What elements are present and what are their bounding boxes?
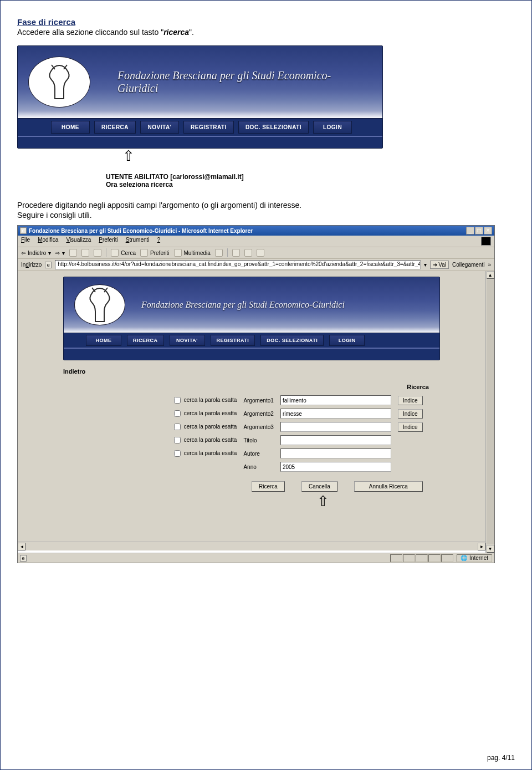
inner-nav-registrati[interactable]: REGISTRATI	[211, 335, 255, 346]
scroll-right-icon[interactable]: ▸	[478, 543, 485, 550]
nav-registrati[interactable]: REGISTRATI	[183, 121, 234, 134]
media-icon	[174, 249, 182, 257]
exact-label: cerca la parola esatta	[184, 410, 237, 416]
instruction-2: Procedere digitando negli appositi campi…	[17, 201, 515, 210]
minimize-button[interactable]: _	[466, 227, 474, 234]
inner-banner-foot	[64, 348, 439, 360]
nav-novita[interactable]: NOVITA'	[140, 121, 179, 134]
inner-logo-oval	[75, 285, 125, 325]
intro-emphasis: ricerca	[163, 28, 189, 37]
indice-button-2[interactable]: Indice	[398, 409, 423, 419]
nav-doc-selezionati[interactable]: DOC. SELEZIONATI	[238, 121, 309, 134]
search-icon	[111, 249, 119, 257]
chevron-right-icon: »	[488, 262, 491, 268]
go-arrow-icon: ➜	[433, 262, 437, 268]
instruction-3: Seguire i consigli utili.	[17, 211, 515, 220]
ie-status-bar: e 🌐 Internet	[18, 553, 494, 563]
home-icon[interactable]	[94, 249, 101, 257]
cancella-button[interactable]: Cancella	[301, 481, 337, 492]
menu-file[interactable]: File	[21, 237, 30, 246]
input-autore[interactable]	[280, 448, 391, 458]
close-button[interactable]: ×	[484, 227, 492, 234]
menu-modifica[interactable]: Modifica	[38, 237, 58, 246]
label-autore: Autore	[240, 447, 277, 460]
horizontal-scrollbar[interactable]: ◂ ▸	[18, 542, 485, 550]
favorites-button[interactable]: Preferiti	[140, 249, 169, 257]
annulla-ricerca-button[interactable]: Annulla Ricerca	[354, 481, 423, 492]
inner-nav-novita[interactable]: NOVITA'	[170, 335, 205, 346]
exact-label: cerca la parola esatta	[184, 424, 237, 430]
screenshot-banner-1: Fondazione Bresciana per gli Studi Econo…	[17, 45, 515, 163]
menu-preferiti[interactable]: Preferiti	[99, 237, 117, 246]
inner-nav-home[interactable]: HOME	[86, 335, 121, 346]
ie-menubar: File Modifica Visualizza Preferiti Strum…	[18, 236, 494, 247]
stop-icon[interactable]	[69, 249, 77, 257]
chevron-down-icon: ▾	[62, 250, 65, 256]
row-titolo: cerca la parola esatta Titolo	[168, 434, 426, 447]
menu-help[interactable]: ?	[157, 237, 161, 246]
maximize-button[interactable]: □	[475, 227, 483, 234]
arrow-up-icon: ⇧	[317, 494, 440, 508]
back-button[interactable]: ⇦ Indietro ▾	[21, 250, 51, 256]
input-argomento2[interactable]	[280, 409, 391, 419]
links-label[interactable]: Collegamenti	[452, 262, 484, 268]
mail-icon[interactable]	[232, 249, 240, 257]
exact-checkbox-2[interactable]	[174, 410, 181, 417]
intro-pre: Accedere alla sezione cliccando sul tast…	[17, 28, 163, 37]
vertical-scrollbar[interactable]: ▴ ▾	[485, 271, 494, 553]
inner-nav-ricerca[interactable]: RICERCA	[127, 335, 164, 346]
select-ricerca-line: Ora seleziona ricerca	[106, 181, 515, 188]
back-link[interactable]: Indietro	[63, 368, 440, 375]
inner-nav-login[interactable]: LOGIN	[329, 335, 365, 346]
print-icon[interactable]	[244, 249, 252, 257]
scroll-left-icon[interactable]: ◂	[18, 543, 25, 550]
media-button[interactable]: Multimedia	[174, 249, 211, 257]
ie-toolbar: ⇦ Indietro ▾ ⇨ ▾ Cerca Preferiti	[18, 247, 494, 259]
status-cell	[428, 554, 441, 562]
forward-button[interactable]: ⇨ ▾	[55, 250, 65, 256]
exact-label: cerca la parola esatta	[184, 397, 237, 403]
scroll-thumb[interactable]	[487, 279, 494, 544]
star-icon	[140, 249, 148, 257]
status-block: UTENTE ABILITATO [carlorossi@miamail.it]…	[106, 173, 515, 188]
status-zone: 🌐 Internet	[457, 554, 492, 562]
scroll-down-icon[interactable]: ▾	[487, 545, 494, 553]
go-button[interactable]: ➜ Vai	[430, 261, 449, 269]
edit-icon[interactable]	[257, 249, 264, 257]
nav-ricerca[interactable]: RICERCA	[94, 121, 136, 134]
ie-window-title: Fondazione Bresciana per gli Studi Econo…	[29, 228, 253, 234]
search-form: cerca la parola esatta Argomento1 Indice…	[168, 394, 426, 473]
intro-text: Accedere alla sezione cliccando sul tast…	[17, 28, 515, 37]
row-anno: Anno	[168, 460, 426, 473]
brand-title: Fondazione Bresciana per gli Studi Econo…	[117, 69, 371, 95]
exact-checkbox-1[interactable]	[174, 397, 181, 404]
indice-button-1[interactable]: Indice	[398, 396, 423, 405]
site-banner: Fondazione Bresciana per gli Studi Econo…	[17, 45, 383, 149]
indice-button-3[interactable]: Indice	[398, 422, 423, 432]
menu-strumenti[interactable]: Strumenti	[126, 237, 150, 246]
row-autore: cerca la parola esatta Autore	[168, 447, 426, 460]
nav-login[interactable]: LOGIN	[313, 121, 352, 134]
history-icon[interactable]	[215, 249, 223, 257]
menu-visualizza[interactable]: Visualizza	[66, 237, 91, 246]
input-anno[interactable]	[280, 462, 391, 472]
scroll-up-icon[interactable]: ▴	[487, 271, 494, 279]
row-argomento3: cerca la parola esatta Argomento3 Indice	[168, 420, 426, 434]
input-titolo[interactable]	[280, 435, 391, 445]
search-button[interactable]: Cerca	[111, 249, 136, 257]
refresh-icon[interactable]	[81, 249, 89, 257]
zone-label: Internet	[469, 555, 488, 561]
globe-icon: 🌐	[461, 555, 467, 561]
nav-home[interactable]: HOME	[51, 121, 90, 134]
inner-nav-doc-selezionati[interactable]: DOC. SELEZIONATI	[260, 335, 324, 346]
banner-footer-strip	[18, 136, 382, 148]
exact-checkbox-5[interactable]	[174, 450, 181, 457]
exact-checkbox-3[interactable]	[174, 424, 181, 430]
arrow-up-icon: ⇧	[122, 149, 515, 163]
exact-checkbox-4[interactable]	[174, 437, 181, 443]
address-input[interactable]: http://or4.bolbusiness.it/or4/or?uid=fon…	[55, 260, 421, 269]
input-argomento3[interactable]	[280, 422, 391, 432]
ricerca-button[interactable]: Ricerca	[252, 481, 285, 492]
chevron-down-icon[interactable]: ▾	[424, 262, 427, 268]
input-argomento1[interactable]	[280, 395, 391, 405]
